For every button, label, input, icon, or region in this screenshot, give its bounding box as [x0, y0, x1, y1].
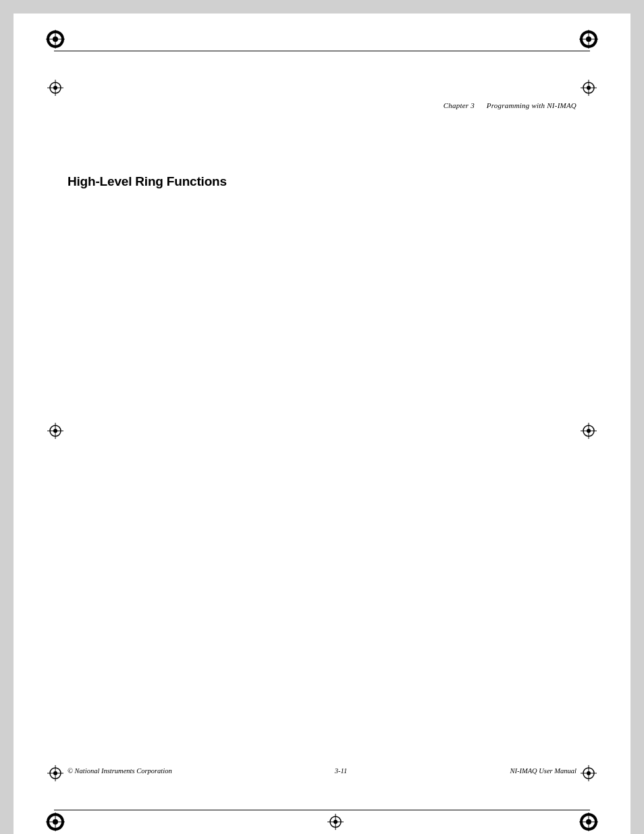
chapter-label: Chapter 3: [444, 101, 475, 109]
reg-mark-bottom-right-outer: [579, 812, 598, 831]
page-header: Chapter 3 Programming with NI-IMAQ: [14, 101, 630, 109]
border-top: [54, 51, 590, 51]
page-footer: © National Instruments Corporation 3-11 …: [14, 767, 630, 775]
chapter-title: Programming with NI-IMAQ: [487, 101, 576, 109]
reg-mark-top-right-inner: [579, 78, 598, 97]
reg-mark-top-left-outer: [46, 30, 65, 49]
reg-mark-bottom-left-outer: [46, 812, 65, 831]
reg-mark-middle-left: [46, 421, 65, 440]
reg-mark-top-left-inner: [46, 78, 65, 97]
footer-manual-title: NI-IMAQ User Manual: [510, 767, 576, 775]
page: Chapter 3 Programming with NI-IMAQ High-…: [14, 14, 630, 834]
section-heading: High-Level Ring Functions: [68, 174, 227, 189]
footer-copyright: © National Instruments Corporation: [68, 767, 172, 775]
border-bottom: [54, 810, 590, 810]
reg-mark-middle-right: [579, 421, 598, 440]
footer-page-number: 3-11: [335, 767, 347, 775]
reg-mark-bottom-center: [326, 812, 345, 831]
reg-mark-top-right-outer: [579, 30, 598, 49]
header-text: Chapter 3 Programming with NI-IMAQ: [444, 101, 576, 109]
